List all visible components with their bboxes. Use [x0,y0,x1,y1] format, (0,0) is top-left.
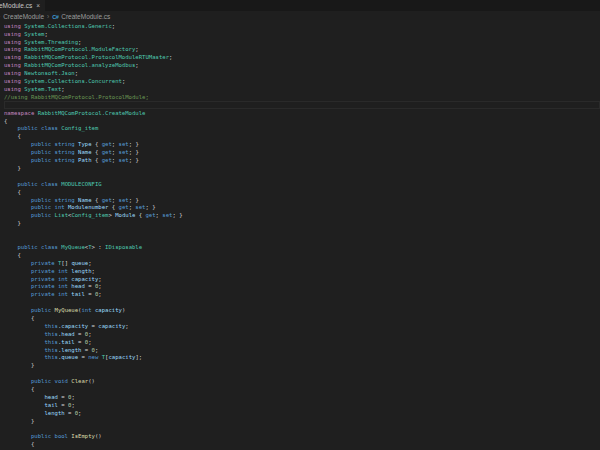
code-line[interactable]: this.tail = 0; [4,338,600,346]
code-token: ; [169,54,172,61]
code-line[interactable]: public string Name { get; set; } [4,148,600,156]
code-line[interactable]: } [4,417,600,425]
code-token: ; [78,410,81,417]
code-line[interactable]: { [4,314,600,322]
vscode-window: eModule.cs × › CreateModule › C# CreateM… [0,0,600,450]
code-token: using [4,86,24,93]
code-token: ; [92,267,95,274]
code-line[interactable]: { [4,441,600,449]
code-token: ; [71,394,74,401]
code-token: ; [71,402,74,409]
close-icon[interactable]: × [36,2,40,9]
code-line[interactable]: public string Name { get; set; } [4,196,600,204]
code-token: System.Text [24,86,61,93]
code-line[interactable] [4,172,600,180]
tab-bar: eModule.cs × [0,0,600,11]
code-line[interactable]: } [4,362,600,370]
code-token: { [108,204,118,211]
code-token: using [4,38,24,45]
code-line[interactable]: this.queue = new T[capacity]; [4,354,600,362]
breadcrumb-item-createmodule-cs[interactable]: CreateModule.cs [61,13,110,21]
current-line-highlight[interactable] [4,101,600,109]
code-line[interactable]: using RabbitMQComProtocol.analyzeModbus; [4,61,600,69]
code-token: //using RabbitMQComProtocol.ProtocolModu… [4,94,149,101]
code-line[interactable]: public string Path { get; set; } [4,156,600,164]
code-line[interactable] [4,227,600,235]
code-token: RabbitMQComProtocol.analyzeModbus [24,62,135,69]
code-line[interactable]: this.capacity = capacity; [4,322,600,330]
code-line[interactable]: private int capacity; [4,275,600,283]
code-token: set [119,196,129,203]
code-line[interactable]: { [4,188,600,196]
code-token: private [31,259,58,266]
code-line[interactable]: private int head = 0; [4,283,600,291]
code-token: public string [31,149,78,156]
code-token: ; [135,62,138,69]
code-line[interactable]: } [4,164,600,172]
code-token: { [4,386,34,393]
code-token: capacity [98,323,125,330]
code-line[interactable]: public MyQueue(int capacity) [4,306,600,314]
code-line[interactable]: namespace RabbitMQComProtocol.CreateModu… [4,109,600,117]
code-line[interactable] [4,425,600,433]
code-line[interactable]: public class MyQueue<T> : IDisposable [4,243,600,251]
code-line[interactable]: public List<Config_item> Module { get; s… [4,212,600,220]
code-line[interactable]: //using RabbitMQComProtocol.ProtocolModu… [4,93,600,101]
code-line[interactable]: public class MODULECONFIG [4,180,600,188]
code-token: set [119,141,129,148]
code-token: { [4,117,7,124]
code-line[interactable]: using System.Collections.Concurrent; [4,77,600,85]
code-token [4,346,44,353]
code-line[interactable]: this.head = 0; [4,330,600,338]
code-line[interactable]: length = 0; [4,409,600,417]
code-line[interactable]: using RabbitMQComProtocol.ProtocolModule… [4,54,600,62]
code-line[interactable]: { [4,251,600,259]
code-line[interactable]: { [4,385,600,393]
code-line[interactable]: } [4,219,600,227]
code-token: using [4,62,24,69]
code-token: get [145,212,155,219]
code-line[interactable]: public void Clear() [4,377,600,385]
code-line[interactable]: public string Type { get; set; } [4,140,600,148]
code-token: head [61,331,74,338]
code-area[interactable]: using System.Collections.Generic;using S… [0,22,600,450]
code-line[interactable] [4,298,600,306]
code-line[interactable] [4,235,600,243]
code-token [4,259,31,266]
code-line[interactable] [4,370,600,378]
code-token: ; [156,212,163,219]
code-token: ; } [145,204,155,211]
code-line[interactable]: private int tail = 0; [4,291,600,299]
code-token: head [71,283,84,290]
code-line[interactable]: this.length = 0; [4,346,600,354]
code-line[interactable]: using Newtonsoft.Json; [4,69,600,77]
code-line[interactable]: public int Modulenumber { get; set; } [4,204,600,212]
code-line[interactable]: using System; [4,30,600,38]
breadcrumb: › CreateModule › C# CreateModule.cs [0,11,600,22]
code-line[interactable]: using System.Threading; [4,38,600,46]
code-token: ) [122,307,125,314]
code-line[interactable]: public class Config_item [4,125,600,133]
code-line[interactable]: using RabbitMQComProtocol.ModuleFactory; [4,46,600,54]
code-token: Type [78,141,91,148]
code-token: System [24,30,44,37]
code-line[interactable]: { [4,117,600,125]
code-token: = [75,331,85,338]
code-line[interactable]: using System.Collections.Generic; [4,22,600,30]
code-token: set [135,204,145,211]
tab-createmodule-cs[interactable]: eModule.cs × [0,0,45,11]
tab-label: eModule.cs [0,2,32,10]
code-line[interactable]: private T[] queue; [4,259,600,267]
code-line[interactable]: using System.Text; [4,85,600,93]
code-token: Name [78,149,91,156]
code-line[interactable]: private int length; [4,267,600,275]
code-line[interactable]: tail = 0; [4,401,600,409]
code-line[interactable]: { [4,133,600,141]
breadcrumb-item-createmodule[interactable]: CreateModule [3,13,44,21]
code-token: public int [31,204,68,211]
code-token: capacity [71,275,98,282]
code-line[interactable]: head = 0; [4,393,600,401]
code-line[interactable]: public bool IsEmpty() [4,433,600,441]
code-token [4,354,44,361]
code-token: Clear [71,378,88,385]
